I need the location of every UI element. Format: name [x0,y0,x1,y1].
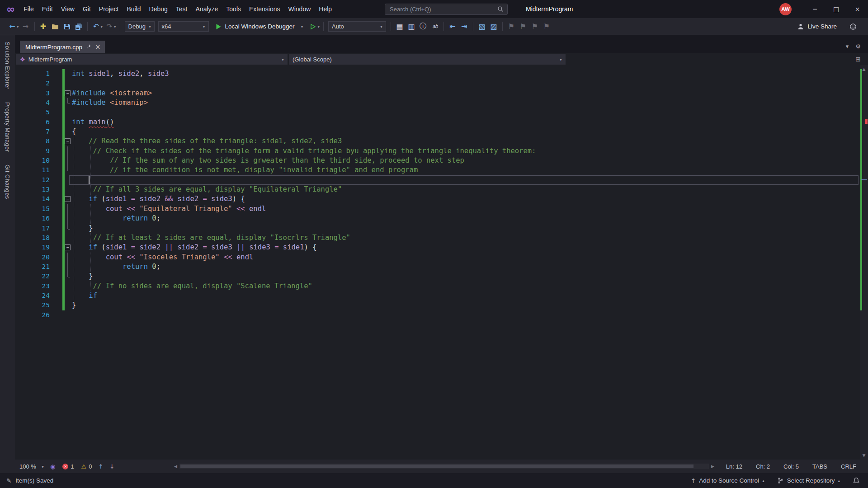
eol-indicator[interactable]: CRLF [841,463,856,470]
search-box[interactable]: Search (Ctrl+Q) [385,4,508,15]
line-number[interactable]: 24 [15,291,50,300]
scroll-right-icon[interactable]: ▶ [711,464,714,469]
code-line-text[interactable]: // If all 3 sides are equal, display "Eq… [72,185,860,194]
code-line-text[interactable]: cout << "Isoceles Triangle" << endl [72,253,860,262]
toggle-bookmark-icon[interactable]: ⚑ [505,20,517,33]
pin-icon[interactable] [86,44,91,51]
line-number[interactable]: 14 [15,194,50,204]
next-issue-icon[interactable]: ↓ [109,463,114,470]
menu-view[interactable]: View [57,0,79,18]
menu-analyze[interactable]: Analyze [192,0,222,18]
line-number[interactable]: 25 [15,300,50,310]
line-number[interactable]: 4 [15,98,50,108]
account-avatar[interactable]: AW [779,3,792,15]
fold-toggle-icon[interactable]: − [65,138,71,144]
display-quick-info-icon[interactable]: ⓘ [417,20,429,33]
code-line-text[interactable]: int side1, side2, side3 [72,69,860,79]
line-number[interactable]: 12 [15,175,50,185]
line-number[interactable]: 13 [15,185,50,194]
search-icon[interactable] [494,6,507,12]
display-member-list-icon[interactable]: ▤ [394,20,406,33]
navigate-forward-icon[interactable]: → [20,20,32,33]
menu-debug[interactable]: Debug [145,0,172,18]
open-file-icon[interactable] [49,20,61,33]
document-health-icon[interactable]: ◉ [50,463,55,470]
menu-git[interactable]: Git [79,0,95,18]
code-line-text[interactable]: // If no sides are equal, display "Scale… [72,282,860,291]
feedback-icon[interactable] [847,20,859,33]
menu-file[interactable]: File [19,0,38,18]
line-number[interactable]: 21 [15,262,50,272]
menu-test[interactable]: Test [172,0,192,18]
code-line-text[interactable]: if [72,291,860,300]
code-line-text[interactable]: if (side1 = side2 && side2 = side3) { [72,194,860,204]
document-list-icon[interactable]: ▾ [846,43,849,50]
maximize-button[interactable]: □ [826,0,847,18]
live-share-button[interactable]: Live Share [793,20,841,33]
solution-configurations-dropdown[interactable]: Debug▾ [125,21,155,32]
code-line-text[interactable]: int main() [72,117,860,127]
code-line-text[interactable]: // If at least 2 sides are equal, displa… [72,233,860,243]
tab-midtermprogram-cpp[interactable]: MidtermProgram.cpp × [20,41,105,53]
line-indicator[interactable]: Ln: 12 [726,463,742,470]
display-parameter-info-icon[interactable]: ▥ [406,20,417,33]
code-line-text[interactable]: if (side1 = side2 || side2 = side3 || si… [72,243,860,252]
error-count[interactable]: × 1 [62,463,74,470]
previous-bookmark-icon[interactable]: ⚑ [517,20,529,33]
line-number[interactable]: 3 [15,89,50,98]
menu-window[interactable]: Window [284,0,315,18]
close-icon[interactable]: × [95,44,101,51]
menu-project[interactable]: Project [95,0,123,18]
code-line-text[interactable]: return 0; [72,262,860,272]
menu-help[interactable]: Help [315,0,336,18]
code-line-text[interactable]: return 0; [72,214,860,223]
comment-selection-icon[interactable]: ▧ [476,20,488,33]
solution-platforms-dropdown[interactable]: x64▾ [158,21,209,32]
line-number[interactable]: 5 [15,108,50,117]
debug-target-dropdown[interactable]: Auto▾ [328,21,386,32]
line-number[interactable]: 7 [15,127,50,136]
horizontal-scrollbar[interactable]: ◀ ▶ [174,463,714,469]
vertical-scrollbar[interactable]: ▲ ▼ [860,65,868,460]
code-line-text[interactable]: } [72,224,860,233]
split-editor-icon[interactable]: ⊞ [855,56,868,63]
line-number[interactable]: 8 [15,136,50,146]
code-line-text[interactable]: cout << "Equilateral Triangle" << endl [72,204,860,214]
horizontal-scroll-track[interactable] [179,464,709,469]
line-number[interactable]: 15 [15,204,50,214]
fold-toggle-icon[interactable]: − [65,244,71,250]
minimize-button[interactable]: ─ [804,0,826,18]
decrease-indent-icon[interactable]: ⇤ [447,20,458,33]
add-to-source-control-button[interactable]: ↑ Add to Source Control ▴ [691,477,764,484]
scroll-left-icon[interactable]: ◀ [174,464,177,469]
rail-tab-git-changes[interactable]: Git Changes [4,164,11,199]
code-line-text[interactable]: } [72,272,860,281]
increase-indent-icon[interactable]: ⇥ [458,20,470,33]
code-line-text[interactable]: #include <iomanip> [72,98,860,108]
horizontal-scroll-thumb[interactable] [180,465,693,468]
save-all-icon[interactable] [73,20,85,33]
character-indicator[interactable]: Ch: 2 [756,463,770,470]
code-line-text[interactable]: } [72,300,860,310]
code-line-text[interactable]: // If the sum of any two sides is grweat… [72,156,860,165]
rail-tab-solution-explorer[interactable]: Solution Explorer [4,42,11,89]
line-number[interactable]: 23 [15,282,50,291]
line-number[interactable]: 16 [15,214,50,223]
code-line-text[interactable]: // Check if the sides of the triangle fo… [72,146,860,156]
line-number[interactable]: 17 [15,224,50,233]
line-number[interactable]: 19 [15,243,50,252]
line-number[interactable]: 22 [15,272,50,281]
menu-build[interactable]: Build [123,0,145,18]
line-number[interactable]: 11 [15,165,50,175]
fold-toggle-icon[interactable]: − [65,196,71,202]
scope-dropdown[interactable]: (Global Scope) ▾ [289,54,566,65]
next-bookmark-icon[interactable]: ⚑ [529,20,541,33]
code-line-text[interactable]: // if the condition is not met, display … [72,165,860,175]
code-line-text[interactable]: { [72,127,860,136]
line-number[interactable]: 26 [15,310,50,320]
scroll-down-icon[interactable]: ▼ [860,452,868,459]
zoom-dropdown[interactable]: 100 % ▾ [15,463,44,470]
close-button[interactable]: × [847,0,868,18]
menu-tools[interactable]: Tools [222,0,245,18]
clear-bookmarks-icon[interactable]: ⚑ [541,20,552,33]
